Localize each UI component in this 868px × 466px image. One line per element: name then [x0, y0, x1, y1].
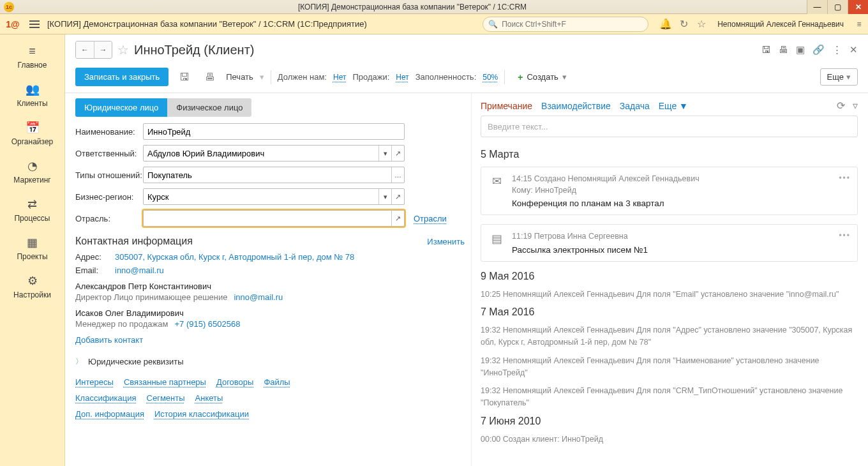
create-label: Создать — [527, 72, 558, 82]
history-icon[interactable]: ↻ — [678, 18, 689, 30]
os-minimize-button[interactable]: — — [807, 0, 827, 14]
industry-input[interactable] — [144, 214, 391, 223]
industry-link[interactable]: Отрасли — [414, 214, 447, 223]
email-value[interactable]: inno@mail.ru — [115, 266, 164, 275]
main-menu-button[interactable] — [27, 17, 42, 32]
filter-icon[interactable]: ▿ — [853, 100, 858, 112]
nav-settings[interactable]: ⚙Настройки — [0, 267, 64, 306]
card-meta: Кому: ИнноТрейд — [512, 185, 849, 197]
nav-link[interactable]: Доп. информация — [75, 409, 144, 419]
feed-pane: Примечание Взаимодействие Задача Еще ▼ ⟳… — [471, 93, 858, 466]
bell-icon[interactable]: 🔔 — [660, 18, 671, 30]
dropdown-button[interactable]: ▾ — [378, 189, 391, 204]
chevron-right-icon: 〉 — [75, 356, 83, 367]
current-user[interactable]: Непомнящий Алексей Геннадьевич — [717, 20, 844, 29]
nav-main-label: Главное — [18, 61, 47, 70]
logo-1c: 1@ — [4, 18, 22, 31]
save-close-button[interactable]: Записать и закрыть — [75, 68, 168, 86]
feed-text-input[interactable]: Введите текст... — [481, 116, 858, 137]
owes-value[interactable]: Нет — [333, 73, 346, 82]
nav-link[interactable]: Анкеты — [195, 393, 223, 403]
relations-input[interactable] — [144, 170, 391, 180]
toolbar: Записать и закрыть 🖫 🖶 Печать ▾ Должен н… — [65, 64, 868, 93]
sales-label: Продажи: — [352, 72, 389, 82]
completeness-value[interactable]: 50% — [483, 73, 498, 82]
close-page-button[interactable]: ✕ — [849, 44, 858, 56]
nav-forward-button[interactable]: → — [94, 41, 112, 58]
feed-card[interactable]: ▤ 11:19 Петрова Инна Сергеевна Рассылка … — [481, 224, 858, 262]
dropdown-button[interactable]: ▾ — [378, 146, 391, 161]
nav-link[interactable]: Интересы — [75, 377, 114, 387]
responsible-input[interactable] — [144, 149, 378, 158]
address-value[interactable]: 305007, Курская обл, Курск г, Автодромны… — [115, 252, 354, 262]
nav-clients[interactable]: 👥Клиенты — [0, 76, 64, 114]
nav-link[interactable]: Сегменты — [147, 393, 185, 403]
nav-organizer[interactable]: 📅Органайзер — [0, 114, 64, 153]
nav-link[interactable]: Классификация — [75, 393, 137, 403]
nav-projects[interactable]: ▦Проекты — [0, 229, 64, 267]
create-button[interactable]: +Создать▾ — [511, 69, 573, 86]
open-button[interactable]: ↗ — [391, 211, 404, 226]
name-input[interactable] — [144, 127, 404, 137]
favorite-toggle[interactable]: ☆ — [117, 42, 129, 57]
nav-link[interactable]: Связанные партнеры — [124, 377, 206, 387]
nav-link[interactable]: История классификации — [154, 409, 249, 419]
email-label: Email: — [75, 266, 106, 275]
person-contact-link[interactable]: +7 (915) 6502568 — [174, 319, 240, 329]
feed-placeholder: Введите текст... — [488, 122, 548, 132]
nav-back-button[interactable]: ← — [76, 41, 94, 58]
region-input[interactable] — [144, 192, 378, 202]
more-button[interactable]: Еще▾ — [820, 68, 858, 86]
print-label[interactable]: Печать — [226, 72, 253, 82]
tab-individual[interactable]: Физическое лицо — [167, 98, 251, 117]
page-title: ИнноТрейд (Клиент) — [134, 43, 254, 57]
save-icon[interactable]: 🖫 — [761, 44, 771, 56]
legal-details-toggle[interactable]: 〉 Юридические реквизиты — [75, 356, 465, 367]
feed-tab-interaction[interactable]: Взаимодействие — [541, 101, 611, 111]
feed-tab-note[interactable]: Примечание — [481, 101, 532, 111]
app-menu-button[interactable]: ≡ — [854, 20, 864, 29]
nav-projects-label: Проекты — [17, 252, 47, 261]
ellipsis-button[interactable]: … — [391, 167, 404, 183]
sales-value[interactable]: Нет — [396, 73, 408, 82]
page-header: ← → ☆ ИнноТрейд (Клиент) 🖫 🖶 ▣ 🔗 ⋮ ✕ — [65, 34, 868, 64]
nav-processes[interactable]: ⇄Процессы — [0, 191, 64, 229]
kebab-icon[interactable]: ⋮ — [832, 44, 842, 56]
contact-person: Александров Петр Константинович Директор… — [75, 282, 465, 302]
feed-tab-more[interactable]: Еще ▼ — [659, 101, 688, 111]
nav-link[interactable]: Файлы — [264, 377, 290, 387]
open-button[interactable]: ↗ — [391, 189, 404, 204]
feed-card[interactable]: ✉ 14:15 Создано Непомнящий Алексей Генна… — [481, 167, 858, 215]
print-head-icon[interactable]: 🖶 — [779, 44, 788, 56]
nav-main[interactable]: ≡Главное — [0, 38, 64, 76]
os-close-button[interactable]: ✕ — [848, 0, 868, 14]
star-icon[interactable]: ☆ — [696, 18, 707, 30]
link-icon[interactable]: 🔗 — [812, 44, 825, 56]
log-entry: 00:00 Создан клиент: ИнноТрейд — [481, 433, 858, 446]
global-search[interactable]: 🔍 — [483, 17, 648, 32]
feed-date-header: 7 Мая 2016 — [481, 306, 858, 318]
feed-tab-task[interactable]: Задача — [620, 101, 650, 111]
log-entry: 19:32 Непомнящий Алексей Геннадьевич Для… — [481, 355, 858, 379]
card-more-button[interactable]: ••• — [839, 174, 851, 183]
card-more-button[interactable]: ••• — [839, 231, 851, 240]
report-icon[interactable]: ▣ — [796, 44, 805, 56]
divider — [271, 70, 271, 84]
tab-legal[interactable]: Юридическое лицо — [75, 98, 167, 117]
print-button[interactable]: 🖶 — [200, 68, 220, 86]
add-contact-link[interactable]: Добавить контакт — [75, 335, 143, 345]
mail-icon: ✉ — [489, 174, 504, 189]
nav-marketing[interactable]: ◔Маркетинг — [0, 153, 64, 191]
edit-contact-link[interactable]: Изменить — [427, 237, 465, 246]
calendar-icon: 📅 — [26, 121, 40, 135]
os-maximize-button[interactable]: ▢ — [827, 0, 848, 14]
search-icon: 🔍 — [488, 20, 498, 29]
nav-link[interactable]: Договоры — [216, 377, 253, 387]
save-button[interactable]: 🖫 — [175, 68, 194, 86]
person-contact-link[interactable]: inno@mail.ru — [234, 292, 283, 302]
search-input[interactable] — [502, 20, 643, 29]
refresh-icon[interactable]: ⟳ — [837, 100, 845, 112]
form-pane: Юридическое лицо Физическое лицо Наимено… — [75, 93, 465, 466]
open-button[interactable]: ↗ — [391, 146, 404, 161]
top-icons: 🔔 ↻ ☆ Непомнящий Алексей Геннадьевич ≡ — [660, 18, 864, 30]
